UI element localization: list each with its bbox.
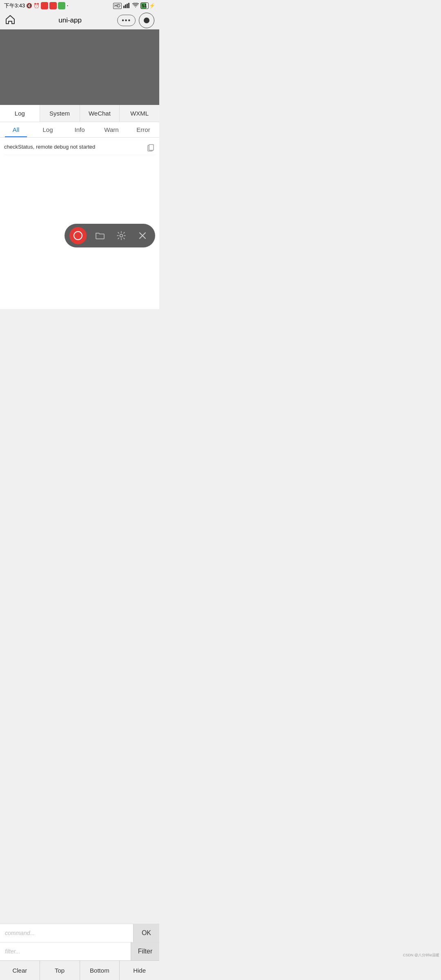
float-record-button[interactable] <box>69 227 87 244</box>
svg-rect-0 <box>123 6 125 8</box>
float-settings-button[interactable] <box>114 228 129 243</box>
tab-all[interactable]: All <box>0 122 32 137</box>
svg-rect-2 <box>127 4 128 8</box>
tab-row-1: Log System WeChat WXML <box>0 105 159 122</box>
home-icon[interactable] <box>5 15 16 26</box>
record-button[interactable] <box>139 13 154 28</box>
tab-error[interactable]: Error <box>127 122 159 137</box>
status-time: 下午3:43 <box>4 2 25 9</box>
title-bar: uni-app ••• <box>0 11 159 29</box>
preview-area <box>0 29 159 105</box>
copy-icon[interactable] <box>146 143 155 152</box>
floating-toolbar <box>65 224 155 247</box>
app-icon-3 <box>58 2 65 9</box>
status-icons-right: HD 51 ⚡ <box>113 2 155 9</box>
tab-log[interactable]: Log <box>0 105 40 122</box>
app-title: uni-app <box>23 16 117 24</box>
title-bar-right: ••• <box>117 13 154 28</box>
tab-wxml[interactable]: WXML <box>120 105 159 122</box>
svg-point-6 <box>120 234 123 237</box>
app-icon-2 <box>49 2 57 9</box>
status-mute-icon: 🔇 <box>26 3 32 9</box>
battery-icon: 51 ⚡ <box>140 2 155 9</box>
tab-info[interactable]: Info <box>64 122 96 137</box>
log-entry: checkStatus, remote debug not started <box>4 141 155 155</box>
app-icon-1 <box>41 2 48 9</box>
float-record-icon <box>74 231 82 240</box>
tab-warn[interactable]: Warn <box>96 122 127 137</box>
float-folder-button[interactable] <box>92 228 108 243</box>
float-close-button[interactable] <box>135 228 150 243</box>
signal-icon <box>123 2 131 9</box>
hd-icon: HD <box>113 3 121 9</box>
status-left: 下午3:43 🔇 ⏰ · <box>4 2 69 9</box>
svg-rect-3 <box>128 3 129 8</box>
svg-rect-5 <box>149 145 154 150</box>
tab-row-2: All Log Info Warn Error <box>0 122 159 138</box>
status-bar: 下午3:43 🔇 ⏰ · HD 5 <box>0 0 159 11</box>
record-icon <box>144 18 149 23</box>
tab-log-filter[interactable]: Log <box>32 122 64 137</box>
log-entry-text: checkStatus, remote debug not started <box>4 143 146 151</box>
status-dot: · <box>67 2 68 9</box>
status-alarm-icon: ⏰ <box>33 3 40 9</box>
more-options-button[interactable]: ••• <box>117 15 136 26</box>
svg-rect-1 <box>125 4 126 8</box>
wifi-icon <box>132 3 139 9</box>
log-content: checkStatus, remote debug not started <box>0 138 159 309</box>
title-bar-left <box>5 15 23 26</box>
tab-system[interactable]: System <box>40 105 80 122</box>
tab-wechat[interactable]: WeChat <box>80 105 120 122</box>
